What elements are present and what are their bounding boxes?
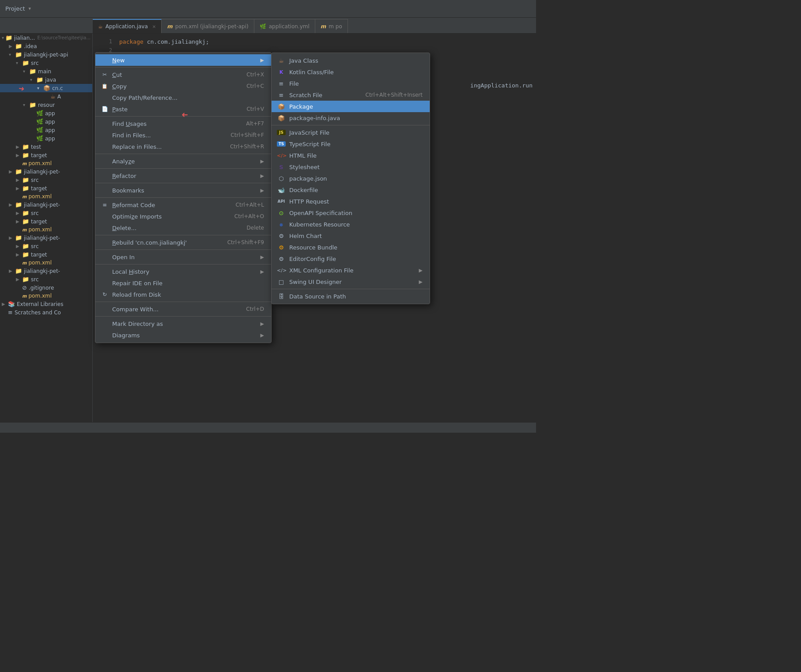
menu-item-new[interactable]: New ▶ ☕ Java Class K Kotlin Class/File ≡… — [95, 54, 271, 66]
submenu-label-swing-ui: Swing UI Designer — [289, 279, 416, 285]
tree-icon-test: 📁 — [22, 143, 29, 150]
submenu-file[interactable]: ≡ File — [272, 78, 430, 89]
tree-item-cn[interactable]: ▾ 📦 cn.c — [0, 84, 92, 92]
submenu-package[interactable]: 📦 Package — [272, 101, 430, 112]
menu-item-reload-disk[interactable]: ↻ Reload from Disk — [95, 289, 271, 300]
project-chevron[interactable]: ▾ — [28, 6, 31, 11]
tab-pom-m[interactable]: m m po — [315, 19, 348, 33]
submenu-java-class[interactable]: ☕ Java Class — [272, 55, 430, 66]
submenu-dockerfile[interactable]: 🐋 Dockerfile — [272, 184, 430, 196]
tree-item-target1[interactable]: ▶ 📁 target — [0, 151, 92, 159]
mark-directory-arrow: ▶ — [261, 321, 264, 327]
cut-icon: ✂ — [101, 72, 109, 78]
menu-item-find-files[interactable]: Find in Files... Ctrl+Shift+F — [95, 129, 271, 141]
tab-icon-java: ☕ — [98, 23, 103, 30]
menu-item-replace-files[interactable]: Replace in Files... Ctrl+Shift+R — [95, 141, 271, 152]
tree-item-root[interactable]: ▾ 📁 jialiangkj-pet-dev E:\sourceTree\git… — [0, 34, 92, 42]
tree-label-java: java — [45, 77, 56, 83]
submenu-js-file[interactable]: JS JavaScript File — [272, 127, 430, 138]
tab-icon-yml: 🌿 — [260, 23, 266, 30]
menu-item-diagrams[interactable]: Diagrams ▶ — [95, 329, 271, 341]
tree-item-src5[interactable]: ▶ 📁 src — [0, 275, 92, 283]
menu-item-optimize[interactable]: Optimize Imports Ctrl+Alt+O — [95, 211, 271, 222]
tree-item-src[interactable]: ▾ 📁 src — [0, 59, 92, 67]
tree-item-pet4[interactable]: ▶ 📁 jialiangkj-pet- — [0, 234, 92, 242]
submenu-kotlin-class[interactable]: K Kotlin Class/File — [272, 66, 430, 78]
tree-item-target3[interactable]: ▶ 📁 target — [0, 217, 92, 226]
tree-icon-app1: 🌿 — [36, 110, 43, 117]
tree-item-src3[interactable]: ▶ 📁 src — [0, 209, 92, 217]
submenu-http-request[interactable]: API HTTP Request — [272, 196, 430, 207]
tree-arrow-src5: ▶ — [16, 277, 21, 282]
submenu-xml-config[interactable]: </> XML Configuration File ▶ — [272, 264, 430, 276]
menu-item-open-in[interactable]: Open In ▶ — [95, 251, 271, 263]
menu-sep9 — [95, 264, 271, 264]
menu-item-rebuild[interactable]: Rebuild 'cn.com.jialiangkj' Ctrl+Shift+F… — [95, 237, 271, 248]
tree-item-pet2[interactable]: ▶ 📁 jialiangkj-pet- — [0, 167, 92, 176]
tree-item-scratches[interactable]: ≡ Scratches and Co — [0, 308, 92, 317]
stylesheet-icon: S — [277, 164, 286, 170]
submenu-kubernetes[interactable]: ⎈ Kubernetes Resource — [272, 219, 430, 230]
menu-item-cut[interactable]: ✂ Cut Ctrl+X — [95, 69, 271, 80]
tree-item-app2[interactable]: 🌿 app — [0, 117, 92, 126]
submenu-helm[interactable]: ⚙ Helm Chart — [272, 230, 430, 242]
tree-item-java[interactable]: ▾ 📁 java — [0, 76, 92, 84]
tree-item-idea[interactable]: ▶ 📁 .idea — [0, 42, 92, 50]
tree-arrow-cn: ▾ — [37, 86, 42, 91]
tree-item-ext-libs[interactable]: ▶ 📚 External Libraries — [0, 300, 92, 308]
tree-item-main[interactable]: ▾ 📁 main — [0, 67, 92, 76]
submenu-html-file[interactable]: </> HTML File — [272, 150, 430, 161]
menu-item-mark-directory[interactable]: Mark Directory as ▶ — [95, 318, 271, 329]
submenu-resource-bundle[interactable]: ⚙ Resource Bundle — [272, 242, 430, 253]
tab-close-application-java[interactable]: ✕ — [152, 24, 156, 29]
menu-label-reformat: Reformat Code — [112, 202, 225, 208]
tree-item-app4[interactable]: 🌿 app — [0, 134, 92, 143]
submenu-editorconfig[interactable]: ⚙ EditorConfig File — [272, 253, 430, 264]
submenu-swing-ui[interactable]: □ Swing UI Designer ▶ — [272, 276, 430, 287]
submenu-package-info[interactable]: 📦 package-info.java — [272, 112, 430, 124]
project-label[interactable]: Project — [5, 5, 25, 12]
tab-application-java[interactable]: ☕ Application.java ✕ — [93, 19, 162, 33]
tree-item-app3[interactable]: 🌿 app — [0, 126, 92, 134]
tree-item-src4[interactable]: ▶ 📁 src — [0, 242, 92, 250]
menu-item-analyze[interactable]: Analyze ▶ — [95, 155, 271, 167]
tree-item-pet3[interactable]: ▶ 📁 jialiangkj-pet- — [0, 200, 92, 209]
submenu-openapi[interactable]: ⊙ OpenAPI Specification — [272, 207, 430, 219]
tree-item-app1[interactable]: 🌿 app — [0, 109, 92, 117]
menu-item-delete[interactable]: Delete... Delete — [95, 222, 271, 234]
menu-item-compare-with[interactable]: Compare With... Ctrl+D — [95, 303, 271, 315]
tree-item-pet5[interactable]: ▶ 📁 jialiangkj-pet- — [0, 267, 92, 275]
menu-item-local-history[interactable]: Local History ▶ — [95, 266, 271, 277]
menu-item-reformat[interactable]: ≡ Reformat Code Ctrl+Alt+L — [95, 199, 271, 211]
context-menu: New ▶ ☕ Java Class K Kotlin Class/File ≡… — [95, 52, 272, 343]
tree-item-test[interactable]: ▶ 📁 test — [0, 143, 92, 151]
tree-item-pom4[interactable]: m pom.xml — [0, 259, 92, 267]
tree-item-app-java[interactable]: ☕ A — [0, 92, 92, 101]
menu-item-copy-path[interactable]: Copy Path/Reference... — [95, 92, 271, 103]
tree-item-gitignore[interactable]: ⊘ .gitignore — [0, 283, 92, 292]
menu-item-repair-ide[interactable]: Repair IDE on File — [95, 277, 271, 289]
tree-item-src2[interactable]: ▶ 📁 src — [0, 176, 92, 184]
tree-item-target2[interactable]: ▶ 📁 target — [0, 184, 92, 193]
tree-icon-src3: 📁 — [22, 210, 29, 216]
tree-item-pom3[interactable]: m pom.xml — [0, 226, 92, 234]
menu-item-copy[interactable]: 📋 Copy Ctrl+C — [95, 80, 271, 92]
tab-application-yml[interactable]: 🌿 application.yml — [254, 19, 315, 33]
tree-item-target4[interactable]: ▶ 📁 target — [0, 250, 92, 259]
menu-item-find-usages[interactable]: Find Usages Alt+F7 — [95, 118, 271, 129]
menu-item-bookmarks[interactable]: Bookmarks ▶ — [95, 185, 271, 196]
submenu-data-source[interactable]: 🗄 Data Source in Path — [272, 291, 430, 302]
tree-item-pom2[interactable]: m pom.xml — [0, 193, 92, 200]
menu-label-rebuild: Rebuild 'cn.com.jialiangkj' — [112, 239, 217, 246]
tree-item-pom1[interactable]: m pom.xml — [0, 159, 92, 167]
tree-item-pom5[interactable]: m pom.xml — [0, 292, 92, 300]
submenu-stylesheet[interactable]: S Stylesheet — [272, 161, 430, 173]
tree-item-api[interactable]: ▾ 📁 jialiangkj-pet-api — [0, 50, 92, 59]
menu-item-refactor[interactable]: Refactor ▶ — [95, 170, 271, 181]
tab-pom-xml-api[interactable]: m pom.xml (jialiangkj-pet-api) — [162, 19, 254, 33]
tree-item-resour[interactable]: ▾ 📁 resour — [0, 101, 92, 109]
submenu-ts-file[interactable]: TS TypeScript File — [272, 138, 430, 150]
submenu-scratch-file[interactable]: ≡ Scratch File Ctrl+Alt+Shift+Insert — [272, 89, 430, 101]
submenu-package-json[interactable]: ⬡ package.json — [272, 173, 430, 184]
xml-config-icon: </> — [277, 268, 286, 273]
